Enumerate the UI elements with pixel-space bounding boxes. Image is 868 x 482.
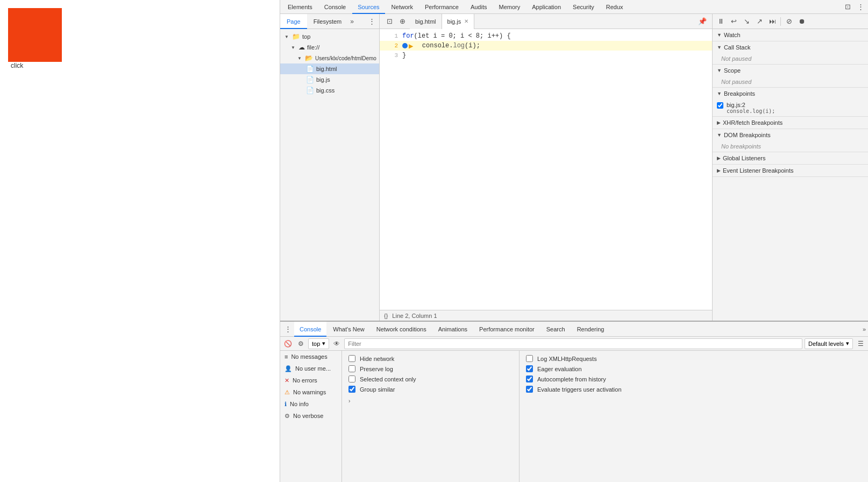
- checkbox-selected-context[interactable]: [348, 375, 355, 382]
- console-clear-btn[interactable]: 🚫: [282, 338, 293, 349]
- checkbox-preserve-log[interactable]: [348, 365, 355, 372]
- subtab-more[interactable]: »: [348, 18, 356, 25]
- record-btn[interactable]: ⏺: [796, 16, 808, 27]
- resume-btn[interactable]: ⏭: [766, 16, 778, 27]
- editor-tab-icons: ⊡ ⊕: [382, 16, 410, 27]
- tree-item-bightml[interactable]: 📄 big.html: [280, 63, 379, 74]
- code-content[interactable]: 1 for(let i = 0; i < 8; i++) { 2 ▶ conso…: [380, 29, 712, 310]
- filter-item-user[interactable]: 👤 No user me...: [280, 363, 341, 374]
- tree-item-file[interactable]: ▼ ☁ file://: [280, 42, 379, 53]
- tab-application[interactable]: Application: [527, 0, 566, 14]
- checkbox-group-similar[interactable]: [348, 386, 355, 393]
- console-tab-animations[interactable]: Animations: [433, 322, 473, 337]
- tab-performance[interactable]: Performance: [419, 0, 464, 14]
- step-out-btn[interactable]: ↗: [753, 16, 765, 27]
- subtab-filesystem[interactable]: Filesystem: [307, 14, 348, 29]
- debug-section-header-xhr[interactable]: ▶ XHR/fetch Breakpoints: [713, 117, 868, 129]
- filter-label-user: No user me...: [295, 365, 331, 372]
- filter-icon-warn: ⚠: [284, 389, 290, 396]
- callstack-arrow: ▼: [717, 45, 722, 50]
- debug-section-header-breakpoints[interactable]: ▼ Breakpoints: [713, 88, 868, 100]
- pause-resume-btn[interactable]: ⏸: [715, 16, 727, 27]
- dock-icon[interactable]: ⊡: [842, 2, 853, 12]
- tab-console[interactable]: Console: [319, 0, 351, 14]
- checkbox-evaluate-triggers[interactable]: [526, 386, 533, 393]
- options-left-panel: Hide network Preserve log Selected conte…: [342, 351, 520, 482]
- breakpoint-checkbox-1[interactable]: [717, 102, 723, 109]
- console-tab-search[interactable]: Search: [541, 322, 571, 337]
- console-tab-more[interactable]: »: [863, 326, 866, 332]
- console-eye-btn[interactable]: 👁: [331, 338, 342, 349]
- option-evaluate-triggers: Evaluate triggers user activation: [526, 386, 862, 393]
- debug-section-header-watch[interactable]: ▼ Watch: [713, 29, 868, 41]
- breakpoint-item-1: big.js:2 console.log(i);: [713, 100, 868, 116]
- filter-label-warn: No warnings: [293, 389, 326, 395]
- filter-label-verbose: No verbose: [293, 413, 323, 419]
- debug-section-header-callstack[interactable]: ▼ Call Stack: [713, 41, 868, 53]
- editor-format-icon[interactable]: ⊕: [397, 16, 408, 27]
- console-tab-console[interactable]: Console: [294, 322, 326, 337]
- levels-value: Default levels: [808, 341, 844, 347]
- deactivate-breakpoints-btn[interactable]: ⊘: [783, 16, 795, 27]
- options-right-panel: Log XMLHttpRequests Eager evaluation Aut…: [520, 351, 868, 482]
- tree-item-bigcss[interactable]: 📄 big.css: [280, 85, 379, 96]
- more-tabs-icon[interactable]: ⋮: [855, 2, 866, 12]
- tree-item-top[interactable]: ▼ 📁 top: [280, 31, 379, 42]
- tab-audits[interactable]: Audits: [465, 0, 493, 14]
- more-actions-icon[interactable]: ⋮: [366, 16, 377, 27]
- filter-icon-all: ≡: [284, 353, 288, 360]
- console-tab-rendering[interactable]: Rendering: [572, 322, 610, 337]
- tree-item-users[interactable]: ▼ 📂 Users/klx/code/htmlDemo: [280, 53, 379, 63]
- debug-section-header-events[interactable]: ▶ Event Listener Breakpoints: [713, 165, 868, 176]
- chevron-more[interactable]: ›: [348, 398, 513, 404]
- filter-icon-info: ℹ: [284, 401, 287, 408]
- scope-body: Not paused: [713, 76, 868, 87]
- console-menu-icon[interactable]: ⋮: [282, 324, 293, 335]
- line-number-3: 3: [382, 52, 398, 59]
- console-main: ≡ No messages 👤 No user me... ✕ No error…: [280, 351, 868, 482]
- console-context-select[interactable]: top ▾: [308, 338, 329, 349]
- tree-arrow-file: ▼: [291, 45, 296, 50]
- console-tab-perfmonitor[interactable]: Performance monitor: [474, 322, 540, 337]
- subtab-page[interactable]: Page: [280, 14, 307, 29]
- filter-item-info[interactable]: ℹ No info: [280, 398, 341, 410]
- callstack-label: Call Stack: [724, 44, 751, 51]
- console-filter-input[interactable]: [344, 338, 802, 349]
- filter-item-error[interactable]: ✕ No errors: [280, 374, 341, 386]
- filter-item-verbose[interactable]: ⚙ No verbose: [280, 410, 341, 422]
- code-line-2: 2 ▶ console.log(i);: [380, 41, 712, 51]
- console-settings-btn[interactable]: ⚙: [295, 338, 306, 349]
- tree-arrow-top: ▼: [284, 34, 290, 39]
- checkbox-hide-network[interactable]: [348, 355, 355, 362]
- console-levels-select[interactable]: Default levels ▾: [805, 338, 853, 349]
- checkbox-autocomplete[interactable]: [526, 375, 533, 382]
- filter-item-warn[interactable]: ⚠ No warnings: [280, 386, 341, 398]
- step-into-btn[interactable]: ↘: [741, 16, 752, 27]
- console-sidebar-btn[interactable]: ☰: [855, 338, 866, 349]
- editor-tab-bigjs[interactable]: big.js ✕: [442, 14, 475, 29]
- debug-section-header-global[interactable]: ▶ Global Listeners: [713, 152, 868, 164]
- tab-memory[interactable]: Memory: [493, 0, 525, 14]
- tab-sources[interactable]: Sources: [352, 0, 385, 14]
- tab-network[interactable]: Network: [386, 0, 418, 14]
- dom-label: DOM Breakpoints: [724, 132, 771, 138]
- filter-item-all[interactable]: ≡ No messages: [280, 351, 341, 363]
- checkbox-log-xhr[interactable]: [526, 355, 533, 362]
- tab-redux[interactable]: Redux: [601, 0, 629, 14]
- tab-elements[interactable]: Elements: [282, 0, 318, 14]
- console-tab-whatsnew[interactable]: What's New: [328, 322, 369, 337]
- console-tab-networkconditions[interactable]: Network conditions: [371, 322, 432, 337]
- tree-item-bigjs[interactable]: 📄 big.js: [280, 74, 379, 85]
- red-box[interactable]: [8, 8, 62, 62]
- editor-tab-close-bigjs[interactable]: ✕: [464, 18, 468, 24]
- tree-label-bightml: big.html: [316, 66, 337, 72]
- editor-back-icon[interactable]: ⊡: [384, 16, 395, 27]
- debug-section-header-dom[interactable]: ▼ DOM Breakpoints: [713, 129, 868, 141]
- checkbox-eager-eval[interactable]: [526, 365, 533, 372]
- console-area: ⋮ Console What's New Network conditions …: [280, 321, 868, 482]
- tab-security[interactable]: Security: [567, 0, 600, 14]
- editor-pin-icon[interactable]: 📌: [697, 16, 708, 27]
- debug-section-header-scope[interactable]: ▼ Scope: [713, 65, 868, 76]
- editor-tab-bightml[interactable]: big.html: [410, 14, 442, 29]
- step-over-btn[interactable]: ↩: [728, 16, 739, 27]
